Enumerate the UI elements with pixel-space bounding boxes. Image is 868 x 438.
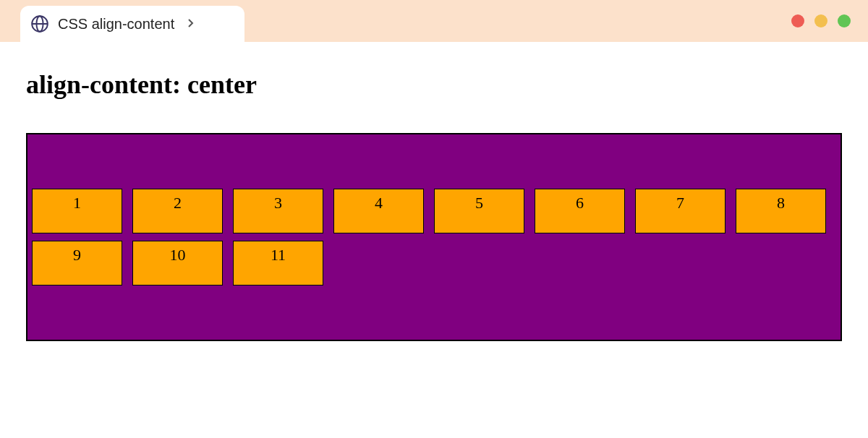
flex-item: 5 xyxy=(434,189,524,233)
flex-item: 1 xyxy=(32,189,122,233)
browser-tab[interactable]: CSS align-content xyxy=(20,6,244,42)
flex-item: 6 xyxy=(535,189,625,233)
chevron-right-icon xyxy=(187,17,195,32)
page-title: align-content: center xyxy=(26,69,842,100)
minimize-icon[interactable] xyxy=(814,14,827,27)
flex-container: 1 2 3 4 5 6 7 8 9 10 11 xyxy=(26,133,842,341)
flex-item: 10 xyxy=(132,241,223,285)
title-bar: CSS align-content xyxy=(0,0,868,42)
page-content: align-content: center 1 2 3 4 5 6 7 8 9 … xyxy=(0,42,868,369)
flex-item: 3 xyxy=(233,189,323,233)
flex-item: 2 xyxy=(132,189,223,233)
flex-item: 9 xyxy=(32,241,122,285)
flex-item: 11 xyxy=(233,241,323,285)
close-icon[interactable] xyxy=(791,14,804,27)
maximize-icon[interactable] xyxy=(838,14,851,27)
flex-item: 7 xyxy=(635,189,726,233)
window-controls xyxy=(791,14,851,27)
browser-window: CSS align-content align-content: center … xyxy=(0,0,868,438)
globe-icon xyxy=(30,14,49,33)
tab-title: CSS align-content xyxy=(58,16,174,33)
flex-item: 8 xyxy=(736,189,826,233)
flex-item: 4 xyxy=(333,189,424,233)
